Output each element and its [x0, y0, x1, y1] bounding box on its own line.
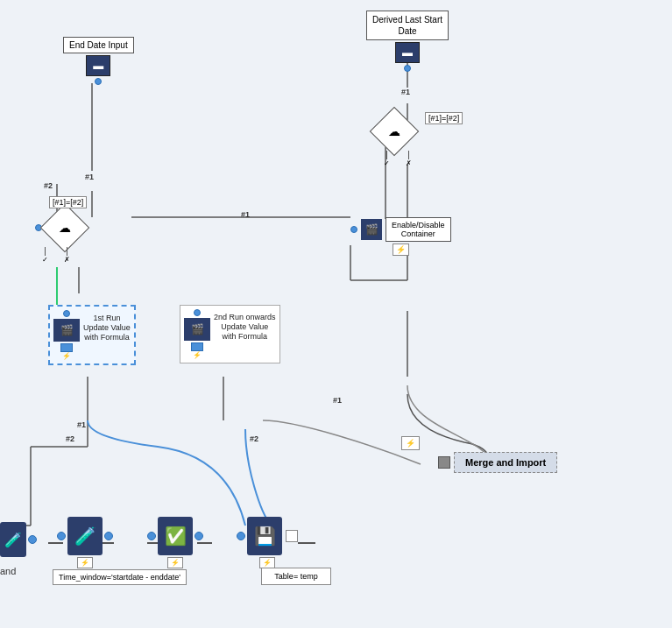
- wf-conn-4r-rect: [286, 530, 298, 542]
- cond2-diamond-shape: ☁: [370, 107, 420, 157]
- condition-2-diamond[interactable]: ☁ [#1]=[#2] ✓ ✗: [377, 114, 412, 149]
- end-date-q-connector[interactable]: [95, 78, 102, 85]
- workflow-canvas: End Date Input ▬ Derived Last StartDate …: [0, 0, 672, 628]
- derived-q-connector[interactable]: [404, 65, 411, 72]
- cond1-label: [#1]=[#2]: [49, 196, 87, 208]
- wf-conn-1r: [28, 535, 37, 544]
- second-run-node[interactable]: 🎬 ⚡ 2nd Run onwardsUpdate Valuewith Form…: [180, 305, 280, 363]
- first-run-label: 1st RunUpdate Valuewith Formula: [83, 314, 131, 342]
- enable-disable-node[interactable]: 🎬 Enable/DisableContainer ⚡: [350, 217, 451, 256]
- enable-disable-label: Enable/DisableContainer: [386, 217, 451, 242]
- second-run-icon: 🎬: [184, 318, 210, 341]
- hash1-horizontal: #1: [241, 208, 250, 219]
- lightning-box-merge: ⚡: [401, 436, 420, 450]
- enable-q-connector: [350, 226, 357, 233]
- wf-icon-2: 🧪: [67, 517, 103, 555]
- cond2-label: [#1]=[#2]: [425, 112, 463, 124]
- cond1-diamond-shape: ☁: [40, 203, 90, 253]
- and-label: and: [0, 566, 16, 576]
- time-window-label: Time_window='startdate - enddate': [53, 569, 187, 585]
- hash1-right: #1: [333, 394, 342, 405]
- first-run-node[interactable]: 🎬 ⚡ 1st RunUpdate Valuewith Formula: [48, 305, 136, 365]
- derived-last-start-date-node[interactable]: Derived Last StartDate ▬: [366, 11, 449, 72]
- merge-small-rect: [438, 456, 450, 469]
- merge-import-node[interactable]: Merge and Import: [438, 452, 557, 473]
- hash2-middle-bottom: #2: [250, 433, 258, 443]
- derived-icon: ▬: [395, 42, 420, 63]
- second-run-connector-rect: [191, 342, 203, 351]
- merge-import-label: Merge and Import: [454, 452, 557, 473]
- hash1-label-a: #1: [85, 171, 94, 181]
- end-date-input-icon: ▬: [86, 55, 110, 76]
- end-date-input-node[interactable]: End Date Input ▬: [63, 37, 134, 85]
- hash1-label-b: #1: [401, 86, 410, 96]
- wf-icon-3: ✅: [158, 517, 193, 555]
- hash2-label-a: #2: [44, 180, 53, 190]
- wf-conn-4l: [237, 532, 245, 540]
- end-date-input-label: End Date Input: [63, 37, 134, 53]
- first-run-icon: 🎬: [53, 319, 80, 342]
- wf-conn-3l: [147, 532, 156, 540]
- workflow-node-3[interactable]: ✅ ⚡: [147, 517, 203, 568]
- second-run-q-connector: [194, 309, 201, 316]
- wf-icon-1: 🧪: [0, 522, 26, 557]
- condition-1-diamond[interactable]: ☁ [#1]=[#2] ✓ ✗: [35, 210, 82, 245]
- workflow-node-4[interactable]: 💾 ⚡: [237, 517, 298, 568]
- derived-last-start-date-label: Derived Last StartDate: [366, 11, 449, 40]
- enable-icon: 🎬: [361, 219, 382, 240]
- table-temp-label: Table= temp: [261, 568, 331, 585]
- second-run-label: 2nd Run onwardsUpdate Valuewith Formula: [214, 313, 276, 341]
- hash2-bottom-left: #2: [66, 433, 74, 443]
- wf-icon-4: 💾: [247, 517, 282, 555]
- wf-conn-2r: [104, 532, 113, 540]
- hash1-bottom-left: #1: [77, 419, 86, 429]
- first-run-q-connector: [63, 310, 70, 317]
- workflow-node-2[interactable]: 🧪 ⚡: [57, 517, 113, 568]
- workflow-node-1[interactable]: 🧪: [0, 522, 37, 557]
- first-run-connector-rect: [60, 343, 73, 352]
- wf-conn-2l: [57, 532, 66, 540]
- wf-conn-3r: [195, 532, 203, 540]
